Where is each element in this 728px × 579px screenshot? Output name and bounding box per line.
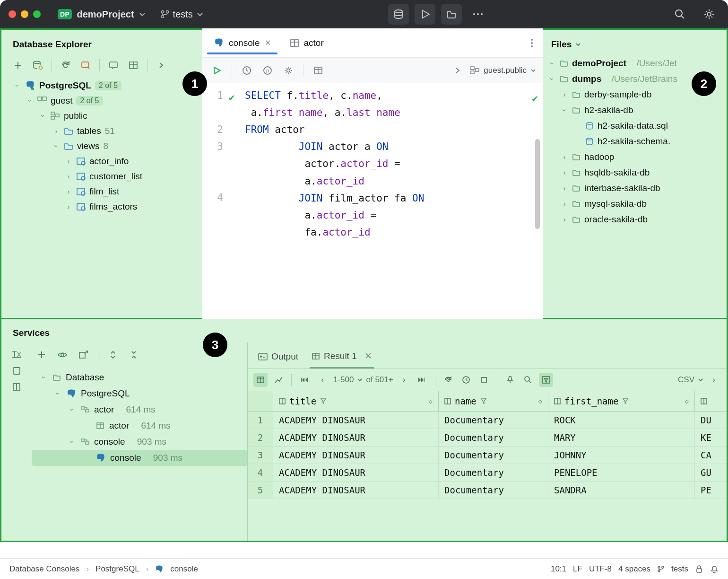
add-icon[interactable] xyxy=(34,347,50,363)
table-row[interactable]: 4 ACADEMY DINOSAUR Documentary PENELOPE … xyxy=(248,464,727,482)
chevron-right-icon[interactable] xyxy=(450,62,466,79)
refresh-icon[interactable] xyxy=(58,57,74,73)
sort-icon[interactable]: ◇ xyxy=(429,397,433,405)
table-row[interactable]: 1 ACADEMY DINOSAUR Documentary ROCK DU xyxy=(248,412,727,429)
chevron-right-icon[interactable] xyxy=(153,57,169,73)
caret-position[interactable]: 10:1 xyxy=(551,564,566,574)
cell-name[interactable]: Documentary xyxy=(439,482,548,499)
close-icon[interactable]: ✕ xyxy=(364,351,372,361)
table-row[interactable]: 2 ACADEMY DINOSAUR Documentary MARY KE xyxy=(248,429,727,447)
layout-icon[interactable] xyxy=(12,383,21,391)
run-anything-icon[interactable] xyxy=(415,4,435,25)
branch-name[interactable]: tests xyxy=(671,564,688,574)
chevron-down-icon[interactable] xyxy=(698,377,703,382)
explain-plan-icon[interactable]: p xyxy=(260,62,276,79)
notifications-icon[interactable] xyxy=(710,565,719,573)
code-editor[interactable]: 1 2 3 4 ✔ SELECT f.title, c.name, a.firs… xyxy=(202,83,543,241)
schema-selector[interactable]: guest.public xyxy=(470,66,536,75)
breadcrumb-item[interactable]: console xyxy=(170,564,198,574)
cell-last-name[interactable]: PE xyxy=(695,482,723,499)
cell-first-name[interactable]: PENELOPE xyxy=(548,464,695,481)
cell-title[interactable]: ACADEMY DINOSAUR xyxy=(273,464,439,481)
lock-icon[interactable] xyxy=(695,565,703,573)
minimize-window-icon[interactable] xyxy=(21,10,28,18)
file-encoding[interactable]: UTF-8 xyxy=(589,564,612,574)
new-window-icon[interactable] xyxy=(75,347,91,363)
breadcrumb-item[interactable]: Database Consoles xyxy=(9,564,79,574)
column-header-first-name[interactable]: first_name◇ xyxy=(548,391,695,411)
cell-title[interactable]: ACADEMY DINOSAUR xyxy=(273,447,439,464)
settings-icon[interactable] xyxy=(280,62,296,79)
result-grid[interactable]: title◇ name◇ first_name◇ 1 ACADEMY DINOS… xyxy=(248,391,727,541)
prev-page-icon[interactable]: ‹ xyxy=(315,373,329,387)
line-separator[interactable]: LF xyxy=(573,564,582,574)
cell-last-name[interactable]: CA xyxy=(695,447,723,464)
breadcrumb-item[interactable]: PostgreSQL xyxy=(95,564,139,574)
cell-name[interactable]: Documentary xyxy=(439,464,548,481)
sort-icon[interactable]: ◇ xyxy=(685,397,689,405)
history-icon[interactable] xyxy=(459,373,473,387)
table-view-icon[interactable] xyxy=(310,62,326,79)
vcs-branch-selector[interactable]: tests xyxy=(157,7,207,22)
history-icon[interactable] xyxy=(239,62,255,79)
add-icon[interactable] xyxy=(10,57,26,73)
close-window-icon[interactable] xyxy=(9,10,16,18)
search-icon[interactable] xyxy=(669,4,690,25)
services-tree[interactable]: Database PostgreSQL actor 614 ms actor 6… xyxy=(32,367,247,466)
database-tree[interactable]: PostgreSQL 2 of 5 guest 2 of 5 public ta… xyxy=(1,78,202,218)
run-icon[interactable] xyxy=(209,62,225,79)
cell-title[interactable]: ACADEMY DINOSAUR xyxy=(273,429,439,446)
table-view-icon[interactable] xyxy=(253,373,268,387)
tab-output[interactable]: Output xyxy=(256,348,300,368)
cell-first-name[interactable]: SANDRA xyxy=(548,482,695,499)
tab-console[interactable]: console ✕ xyxy=(207,32,277,54)
refresh-icon[interactable] xyxy=(441,373,455,387)
tab-menu-icon[interactable] xyxy=(526,38,538,48)
open-folder-icon[interactable] xyxy=(441,4,462,25)
sort-icon[interactable]: ◇ xyxy=(538,397,542,405)
project-selector[interactable]: DP demoProject xyxy=(54,7,149,22)
maximize-window-icon[interactable] xyxy=(33,10,41,18)
table-row[interactable]: 5 ACADEMY DINOSAUR Documentary SANDRA PE xyxy=(248,482,727,499)
stop-icon[interactable] xyxy=(477,373,491,387)
chevron-right-icon[interactable]: › xyxy=(707,373,721,387)
chart-view-icon[interactable] xyxy=(271,373,286,387)
column-header-title[interactable]: title◇ xyxy=(273,391,439,411)
chevron-down-icon[interactable] xyxy=(357,377,362,382)
cell-first-name[interactable]: MARY xyxy=(548,429,695,446)
settings-icon[interactable] xyxy=(699,4,719,25)
cell-last-name[interactable]: GU xyxy=(695,464,723,481)
last-page-icon[interactable]: ⏭ xyxy=(415,373,429,387)
tab-actor[interactable]: actor xyxy=(283,32,330,54)
cell-first-name[interactable]: ROCK xyxy=(548,412,695,429)
column-header-name[interactable]: name◇ xyxy=(439,391,548,411)
expand-icon[interactable] xyxy=(105,347,121,363)
cell-last-name[interactable]: KE xyxy=(695,429,723,446)
export-format[interactable]: CSV xyxy=(678,375,694,385)
column-header-index[interactable] xyxy=(248,391,273,411)
chevron-down-icon[interactable] xyxy=(575,42,581,47)
cell-first-name[interactable]: JOHNNY xyxy=(548,447,695,464)
filter-icon[interactable] xyxy=(320,398,327,404)
next-page-icon[interactable]: › xyxy=(397,373,411,387)
cell-title[interactable]: ACADEMY DINOSAUR xyxy=(273,482,439,499)
cell-title[interactable]: ACADEMY DINOSAUR xyxy=(273,412,439,429)
show-icon[interactable] xyxy=(54,347,70,363)
database-icon[interactable] xyxy=(388,4,409,25)
tab-result[interactable]: Result 1✕ xyxy=(310,347,374,368)
cell-name[interactable]: Documentary xyxy=(439,412,548,429)
filter-icon[interactable] xyxy=(622,398,629,404)
jump-to-console-icon[interactable] xyxy=(78,57,94,73)
table-row[interactable]: 3 ACADEMY DINOSAUR Documentary JOHNNY CA xyxy=(248,447,727,464)
more-icon[interactable] xyxy=(468,4,488,25)
diagram-icon[interactable] xyxy=(105,57,121,73)
filter-icon[interactable] xyxy=(480,398,487,404)
column-header-more[interactable] xyxy=(695,391,723,411)
collapse-icon[interactable] xyxy=(126,347,142,363)
pin-icon[interactable] xyxy=(503,373,517,387)
close-icon[interactable]: ✕ xyxy=(265,38,271,47)
cell-name[interactable]: Documentary xyxy=(439,447,548,464)
search-icon[interactable] xyxy=(521,373,535,387)
first-page-icon[interactable]: ⏮ xyxy=(297,373,312,387)
cell-name[interactable]: Documentary xyxy=(439,429,548,446)
